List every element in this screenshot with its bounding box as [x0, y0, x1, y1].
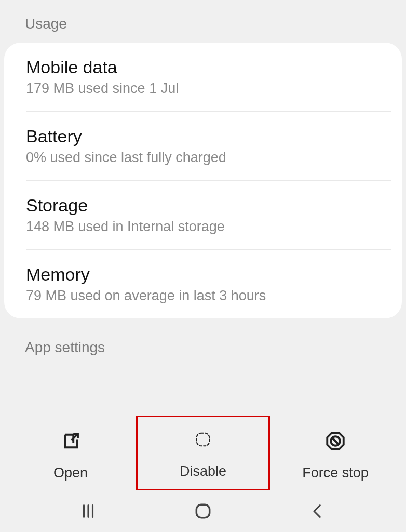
force-stop-label: Force stop [302, 465, 369, 481]
home-button[interactable] [192, 500, 214, 523]
disable-button[interactable]: Disable [136, 416, 270, 490]
battery-title: Battery [26, 126, 371, 147]
svg-line-3 [332, 438, 339, 444]
battery-sub: 0% used since last fully charged [26, 150, 371, 166]
svg-rect-7 [196, 504, 209, 517]
usage-card: Mobile data 179 MB used since 1 Jul Batt… [4, 43, 402, 318]
section-header-usage: Usage [0, 0, 406, 43]
nav-bar [0, 490, 406, 532]
open-button[interactable]: Open [5, 419, 136, 490]
memory-title: Memory [26, 264, 371, 285]
back-button[interactable] [306, 500, 329, 523]
battery-item[interactable]: Battery 0% used since last fully charged [26, 111, 391, 180]
section-header-app-settings: App settings [0, 318, 406, 356]
open-icon [60, 430, 82, 456]
memory-item[interactable]: Memory 79 MB used on average in last 3 h… [26, 249, 391, 318]
force-stop-button[interactable]: Force stop [270, 419, 401, 490]
disable-icon [192, 429, 214, 454]
memory-sub: 79 MB used on average in last 3 hours [26, 288, 371, 304]
recent-apps-button[interactable] [77, 500, 100, 523]
open-label: Open [53, 465, 88, 481]
force-stop-icon [324, 430, 346, 456]
bottom-actions: Open Disable Force stop [0, 416, 406, 490]
disable-label: Disable [180, 463, 226, 480]
svg-rect-0 [197, 433, 210, 446]
storage-title: Storage [26, 195, 371, 216]
mobile-data-sub: 179 MB used since 1 Jul [26, 81, 381, 97]
mobile-data-title: Mobile data [26, 57, 381, 77]
storage-sub: 148 MB used in Internal storage [26, 219, 371, 235]
mobile-data-item[interactable]: Mobile data 179 MB used since 1 Jul [4, 43, 402, 111]
storage-item[interactable]: Storage 148 MB used in Internal storage [26, 180, 391, 249]
